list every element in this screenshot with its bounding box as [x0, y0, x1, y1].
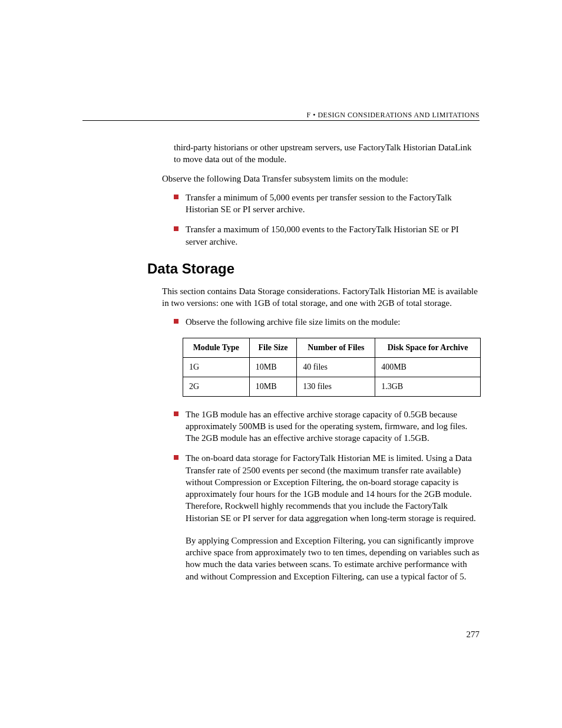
observe-limits-paragraph: Observe the following Data Transfer subs… [162, 173, 480, 185]
table-cell: 10MB [249, 377, 297, 396]
table-cell: 40 files [297, 357, 375, 377]
table-cell: 10MB [249, 357, 297, 377]
post-table-list: The 1GB module has an effective archive … [82, 409, 480, 524]
table-header: Module Type [183, 338, 250, 357]
table-header: File Size [249, 338, 297, 357]
page-number: 277 [467, 630, 480, 640]
table-row: 2G 10MB 130 files 1.3GB [183, 377, 481, 396]
table-cell: 400MB [375, 357, 481, 377]
header-rest3: IMITATIONS [437, 111, 480, 119]
continuation-paragraph: third-party historians or other upstream… [174, 141, 480, 166]
archive-observe-list: Observe the following archive file size … [82, 316, 480, 328]
table-cell: 2G [183, 377, 250, 396]
list-item: Transfer a minimum of 5,000 events per t… [174, 192, 480, 216]
header-rest1: ESIGN [323, 111, 348, 119]
table-cell: 1G [183, 357, 250, 377]
header-d: D [318, 111, 323, 119]
table-header: Disk Space for Archive [375, 338, 481, 357]
list-item: Observe the following archive file size … [174, 316, 480, 328]
table-header: Number of Files [297, 338, 375, 357]
list-item: The 1GB module has an effective archive … [174, 409, 480, 444]
section-intro: This section contains Data Storage consi… [162, 285, 480, 309]
table-header-row: Module Type File Size Number of Files Di… [183, 338, 481, 357]
compression-paragraph: By applying Compression and Exception Fi… [186, 535, 480, 582]
list-item: The on-board data storage for FactoryTal… [174, 452, 480, 524]
header-prefix: F [307, 111, 311, 119]
document-page: F • DESIGN CONSIDERATIONS AND LIMITATION… [0, 0, 562, 728]
header-bullet: • [313, 111, 316, 119]
page-content: third-party historians or other upstream… [82, 141, 480, 589]
section-heading: Data Storage [147, 261, 480, 277]
table-cell: 130 files [297, 377, 375, 396]
limits-list: Transfer a minimum of 5,000 events per t… [82, 192, 480, 248]
header-rule [82, 120, 480, 121]
running-header: F • DESIGN CONSIDERATIONS AND LIMITATION… [307, 111, 480, 120]
table-cell: 1.3GB [375, 377, 481, 396]
list-item: Transfer a maximum of 150,000 events to … [174, 223, 480, 248]
header-rest2: ONSIDERATIONS AND [352, 111, 432, 119]
archive-table: Module Type File Size Number of Files Di… [183, 338, 481, 397]
table-row: 1G 10MB 40 files 400MB [183, 357, 481, 377]
